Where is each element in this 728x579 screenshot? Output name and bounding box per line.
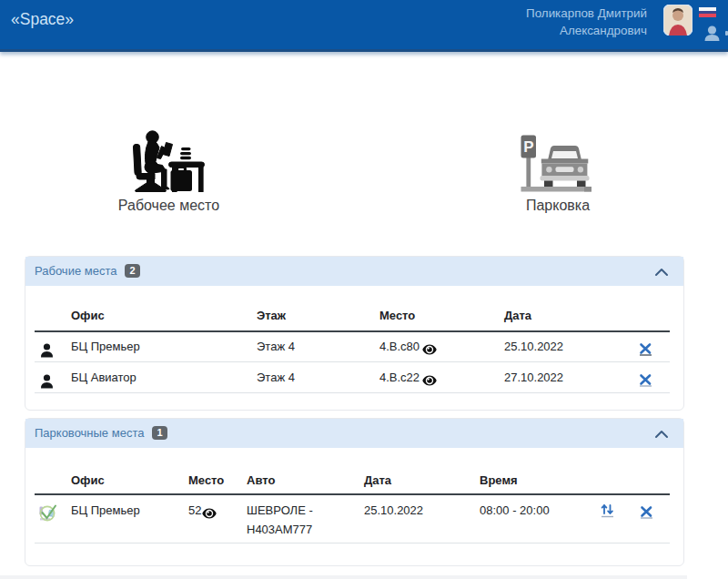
svg-text:P: P: [523, 138, 533, 156]
